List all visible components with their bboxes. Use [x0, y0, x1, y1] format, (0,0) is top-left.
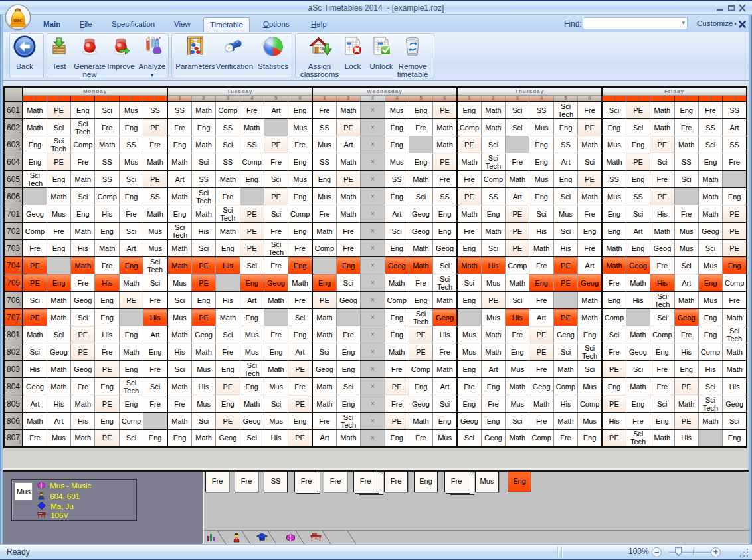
svg-text:asc: asc: [13, 16, 23, 23]
